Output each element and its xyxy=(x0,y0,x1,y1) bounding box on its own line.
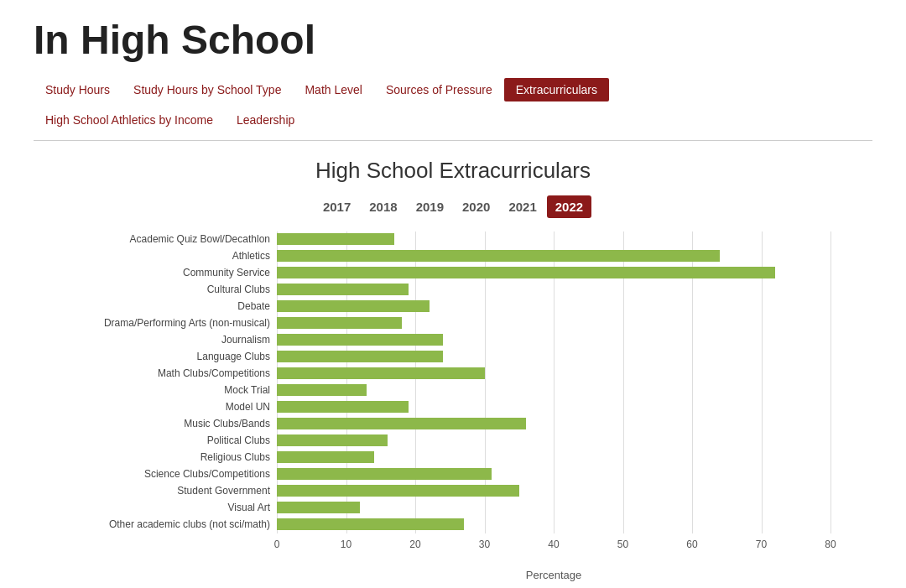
bar-area xyxy=(277,401,830,413)
nav-item-study-hours-school-type[interactable]: Study Hours by School Type xyxy=(122,78,293,101)
bar-fill xyxy=(277,284,409,295)
x-tick: 30 xyxy=(479,539,490,550)
bar-row: Academic Quiz Bowl/Decathlon xyxy=(76,232,830,247)
bar-row: Visual Art xyxy=(76,500,830,515)
nav-item-extracurriculars[interactable]: Extracurriculars xyxy=(504,78,609,101)
bar-fill xyxy=(277,334,443,346)
bar-area xyxy=(277,451,830,463)
bar-row: Drama/Performing Arts (non-musical) xyxy=(76,315,830,330)
bar-row: Student Government xyxy=(76,483,830,498)
bar-row: Mock Trial xyxy=(76,382,830,398)
bar-area xyxy=(277,384,830,396)
bar-label: Journalism xyxy=(76,334,277,346)
year-label-2018[interactable]: 2018 xyxy=(361,195,405,218)
bars-container: Academic Quiz Bowl/DecathlonAthleticsCom… xyxy=(76,232,830,533)
bar-fill xyxy=(277,317,402,329)
bar-area xyxy=(277,300,830,312)
bar-row: Religious Clubs xyxy=(76,450,830,465)
bar-area xyxy=(277,250,830,262)
bar-row: Language Clubs xyxy=(76,349,830,364)
bar-area xyxy=(277,468,830,480)
nav-item-sources-of-pressure[interactable]: Sources of Pressure xyxy=(374,78,504,101)
bar-row: Cultural Clubs xyxy=(76,282,830,297)
bar-label: Religious Clubs xyxy=(76,451,277,463)
bar-row: Math Clubs/Competitions xyxy=(76,366,830,381)
bar-fill xyxy=(277,300,430,312)
bar-label: Science Clubs/Competitions xyxy=(76,468,277,480)
bar-label: Political Clubs xyxy=(76,434,277,446)
year-legend: 201720182019202020212022 xyxy=(76,195,830,218)
bar-fill xyxy=(277,451,374,463)
chart-title: High School Extracurriculars xyxy=(76,158,830,184)
bar-fill xyxy=(277,367,485,379)
bar-fill xyxy=(277,401,409,413)
bar-label: Language Clubs xyxy=(76,351,277,362)
bar-area xyxy=(277,418,830,429)
bar-area xyxy=(277,267,830,278)
bar-label: Drama/Performing Arts (non-musical) xyxy=(76,317,277,329)
bar-area xyxy=(277,317,830,329)
bar-label: Other academic clubs (not sci/math) xyxy=(76,518,277,530)
bar-label: Math Clubs/Competitions xyxy=(76,367,277,379)
bar-area xyxy=(277,367,830,379)
year-label-2021[interactable]: 2021 xyxy=(500,195,544,218)
navigation: Study HoursStudy Hours by School TypeMat… xyxy=(34,78,872,141)
x-tick: 70 xyxy=(756,539,767,550)
bar-fill xyxy=(277,233,394,245)
bar-row: Political Clubs xyxy=(76,433,830,448)
x-tick: 40 xyxy=(548,539,559,550)
bar-area xyxy=(277,518,830,530)
bar-fill xyxy=(277,468,492,480)
chart-container: High School Extracurriculars 20172018201… xyxy=(76,158,830,581)
bar-row: Journalism xyxy=(76,332,830,347)
x-tick: 50 xyxy=(617,539,628,550)
nav-item-athletics-by-income[interactable]: High School Athletics by Income xyxy=(34,108,225,132)
x-tick: 60 xyxy=(686,539,697,550)
bar-fill xyxy=(277,418,526,429)
bar-fill xyxy=(277,267,775,278)
year-label-2019[interactable]: 2019 xyxy=(408,195,452,218)
bar-area xyxy=(277,434,830,446)
bar-area xyxy=(277,284,830,295)
bar-area xyxy=(277,351,830,362)
bar-label: Academic Quiz Bowl/Decathlon xyxy=(76,233,277,245)
year-label-2022[interactable]: 2022 xyxy=(547,195,591,218)
bar-label: Visual Art xyxy=(76,502,277,513)
bar-row: Other academic clubs (not sci/math) xyxy=(76,517,830,532)
nav-item-study-hours[interactable]: Study Hours xyxy=(34,78,122,101)
bar-fill xyxy=(277,502,360,513)
bar-fill xyxy=(277,351,443,362)
x-tick: 20 xyxy=(409,539,420,550)
grid-line xyxy=(830,232,831,533)
x-axis-label: Percentage xyxy=(277,569,830,581)
bar-label: Mock Trial xyxy=(76,384,277,396)
bar-label: Community Service xyxy=(76,267,277,278)
nav-item-leadership[interactable]: Leadership xyxy=(225,108,306,132)
bar-row: Science Clubs/Competitions xyxy=(76,466,830,481)
bar-fill xyxy=(277,485,519,497)
x-tick: 0 xyxy=(274,539,280,550)
bar-row: Athletics xyxy=(76,248,830,263)
bar-fill xyxy=(277,518,464,530)
bar-row: Debate xyxy=(76,299,830,314)
bar-row: Community Service xyxy=(76,265,830,280)
bar-fill xyxy=(277,384,367,396)
bar-label: Debate xyxy=(76,300,277,312)
bar-label: Athletics xyxy=(76,250,277,262)
bar-label: Student Government xyxy=(76,485,277,497)
bar-label: Cultural Clubs xyxy=(76,284,277,295)
bar-row: Music Clubs/Bands xyxy=(76,416,830,431)
bar-fill xyxy=(277,434,388,446)
x-tick: 10 xyxy=(341,539,351,550)
x-axis: 01020304050607080 xyxy=(76,539,830,555)
bar-area xyxy=(277,502,830,513)
bar-area xyxy=(277,485,830,497)
bar-area xyxy=(277,334,830,346)
year-label-2020[interactable]: 2020 xyxy=(454,195,498,218)
nav-item-math-level[interactable]: Math Level xyxy=(293,78,373,101)
bars-and-grid: Academic Quiz Bowl/DecathlonAthleticsCom… xyxy=(76,232,830,533)
bar-label: Model UN xyxy=(76,401,277,413)
year-label-2017[interactable]: 2017 xyxy=(315,195,359,218)
x-tick: 80 xyxy=(825,539,836,550)
page-title: In High School xyxy=(34,17,872,63)
